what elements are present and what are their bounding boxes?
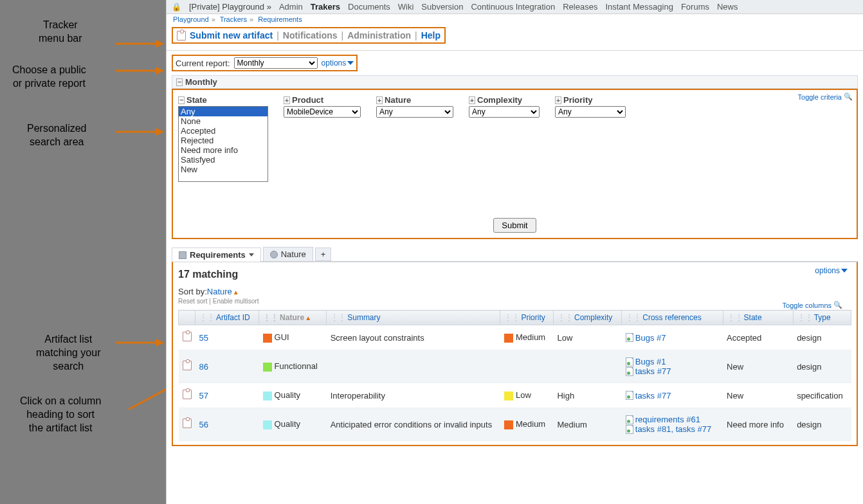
complexity-select[interactable]: Any: [469, 106, 540, 118]
doc-icon: [626, 357, 633, 366]
crit-complexity-label[interactable]: +Complexity: [469, 95, 540, 105]
col-type[interactable]: ⋮⋮Type: [793, 310, 851, 325]
priority-select[interactable]: Any: [555, 106, 626, 118]
crit-product-label[interactable]: +Product: [284, 95, 361, 105]
product-select[interactable]: MobileDevice: [284, 106, 361, 118]
artifact-icon[interactable]: [183, 419, 192, 428]
nature-swatch: [263, 363, 272, 372]
nature-swatch: [263, 392, 272, 401]
svg-marker-7: [156, 339, 165, 346]
results-table: ⋮⋮Artifact ID ⋮⋮Nature▲ ⋮⋮Summary ⋮⋮Prio…: [178, 310, 851, 441]
toggle-columns-link[interactable]: Toggle columns🔍: [783, 301, 842, 309]
crumb-project[interactable]: Playground: [173, 15, 209, 23]
crit-priority-label[interactable]: +Priority: [555, 95, 626, 105]
svg-marker-5: [156, 128, 165, 136]
artifact-icon[interactable]: [183, 361, 192, 370]
nav-forums[interactable]: Forums: [681, 2, 709, 12]
nav-wiki[interactable]: Wiki: [398, 2, 414, 12]
svg-marker-3: [156, 67, 165, 75]
col-artifact-id[interactable]: ⋮⋮Artifact ID: [195, 310, 259, 325]
tab-nature[interactable]: Nature: [263, 247, 313, 261]
col-cross-references[interactable]: ⋮⋮Cross references: [622, 310, 723, 325]
crumb-requirements[interactable]: Requirements: [258, 15, 302, 23]
nav-instant messaging[interactable]: Instant Messaging: [605, 2, 673, 12]
sort-info: Sort by:Nature▲: [178, 287, 851, 296]
col-complexity[interactable]: ⋮⋮Complexity: [553, 310, 621, 325]
report-label: Current report:: [176, 59, 230, 68]
xref-link[interactable]: tasks #77: [635, 391, 671, 401]
tracker-menubar: Submit new artifact | Notifications | Ad…: [172, 27, 446, 44]
help-link[interactable]: Help: [421, 30, 441, 40]
tab-requirements[interactable]: Requirements: [172, 248, 261, 262]
doc-icon: [626, 391, 633, 400]
doc-icon: [626, 333, 633, 342]
administration-link[interactable]: Administration: [347, 30, 411, 40]
xref-link[interactable]: requirements #61: [635, 415, 700, 424]
col-state[interactable]: ⋮⋮State: [723, 310, 793, 325]
col-nature[interactable]: ⋮⋮Nature▲: [259, 310, 327, 325]
lock-icon: 🔒: [172, 3, 181, 12]
artifact-icon: [177, 31, 186, 40]
table-row: 56QualityAnticipated error conditions or…: [179, 408, 851, 441]
crit-state-label[interactable]: −State: [178, 95, 268, 105]
reset-sort-link[interactable]: Reset sort: [178, 298, 208, 305]
nav-continuous integration[interactable]: Continuous Integration: [471, 2, 555, 12]
state-option[interactable]: Rejected: [179, 136, 268, 145]
state-option[interactable]: None: [179, 116, 268, 126]
xref-link[interactable]: Bugs #1: [635, 357, 666, 366]
artifact-icon[interactable]: [183, 332, 192, 341]
arrow-icon: [116, 336, 167, 349]
arrow-icon: [116, 37, 167, 50]
state-option[interactable]: Need more info: [179, 145, 268, 155]
artifact-link[interactable]: 57: [199, 391, 208, 401]
report-select[interactable]: Monthly: [234, 57, 318, 69]
report-selector: Current report: Monthly options: [172, 55, 358, 71]
state-listbox[interactable]: AnyNoneAcceptedRejectedNeed more infoSat…: [178, 106, 268, 182]
state-option[interactable]: Any: [179, 107, 268, 116]
nav-releases[interactable]: Releases: [563, 2, 597, 12]
nav-news[interactable]: News: [717, 2, 738, 12]
xref-link[interactable]: tasks #81, tasks #77: [635, 424, 712, 434]
nav-trakers[interactable]: Trakers: [311, 2, 340, 12]
match-count: 17 matching: [178, 269, 851, 280]
artifact-link[interactable]: 56: [199, 420, 208, 429]
toggle-criteria-link[interactable]: Toggle criteria🔍: [798, 93, 853, 101]
annot-report: Choose a public or private report: [12, 64, 86, 91]
doc-icon: [626, 415, 633, 424]
xref-link[interactable]: Bugs #7: [635, 333, 666, 343]
col-priority[interactable]: ⋮⋮Priority: [500, 310, 554, 325]
submit-button[interactable]: Submit: [493, 218, 536, 233]
crumb-trackers[interactable]: Trackers: [220, 15, 247, 23]
artifact-link[interactable]: 86: [199, 362, 208, 372]
results-options-link[interactable]: options: [815, 266, 848, 275]
sort-field-link[interactable]: Nature▲: [207, 287, 239, 296]
project-label[interactable]: [Private] Playground »: [189, 2, 271, 12]
nav-subversion[interactable]: Subversion: [421, 2, 463, 12]
priority-swatch: [504, 392, 513, 401]
results-panel: options 17 matching Sort by:Nature▲ Rese…: [172, 262, 858, 446]
priority-swatch: [504, 334, 513, 343]
state-option[interactable]: New: [179, 165, 268, 174]
multisort-link[interactable]: Enable multisort: [213, 298, 259, 305]
arrow-icon: [116, 125, 167, 138]
col-summary[interactable]: ⋮⋮Summary: [327, 310, 500, 325]
submit-artifact-link[interactable]: Submit new artifact: [190, 30, 273, 40]
state-option[interactable]: Accepted: [179, 126, 268, 136]
report-options-link[interactable]: options: [322, 59, 354, 68]
notifications-link[interactable]: Notifications: [283, 30, 338, 40]
state-option[interactable]: Satisfyed: [179, 155, 268, 165]
table-row: 57QualityInteroperabilityLowHightasks #7…: [179, 383, 851, 408]
search-panel: Toggle criteria🔍 −State AnyNoneAcceptedR…: [172, 89, 858, 239]
nav-admin[interactable]: Admin: [279, 2, 303, 12]
artifact-link[interactable]: 55: [199, 333, 208, 343]
xref-link[interactable]: tasks #77: [635, 366, 671, 376]
crit-nature-label[interactable]: +Nature: [376, 95, 453, 105]
artifact-icon[interactable]: [183, 390, 192, 399]
breadcrumb: Playground» Trackers» Requirements: [167, 14, 863, 24]
add-tab-button[interactable]: +: [315, 248, 332, 261]
nature-swatch: [263, 420, 272, 429]
nature-swatch: [263, 334, 272, 343]
panel-header[interactable]: −Monthly: [172, 75, 858, 89]
nature-select[interactable]: Any: [376, 106, 453, 118]
nav-documents[interactable]: Documents: [348, 2, 390, 12]
